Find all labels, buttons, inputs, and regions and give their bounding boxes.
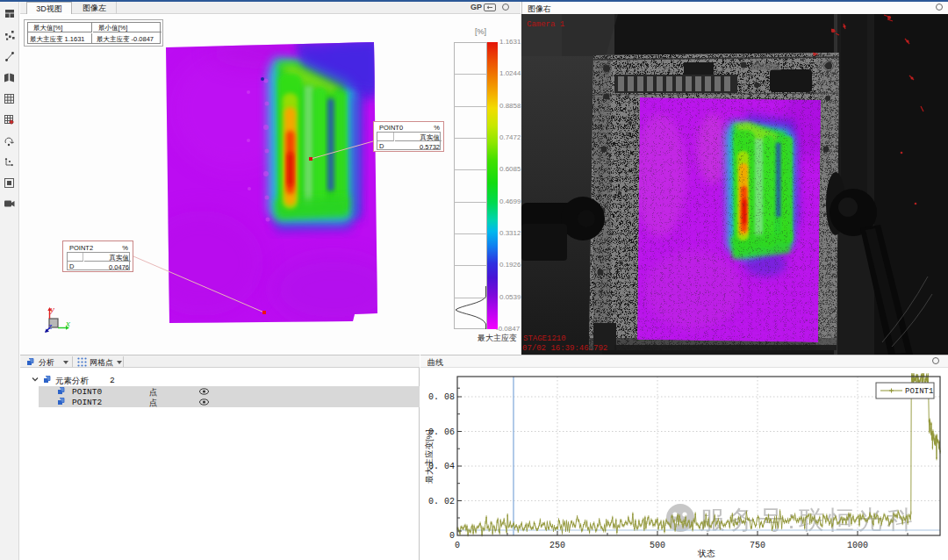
svg-text:y: y — [49, 304, 54, 314]
svg-text:0: 0 — [449, 531, 455, 541]
svg-text:500: 500 — [650, 541, 665, 550]
svg-text:STAGE1210: STAGE1210 — [523, 334, 566, 343]
svg-text:Camera 1: Camera 1 — [527, 20, 564, 29]
svg-text:07/02 16:39:46.792: 07/02 16:39:46.792 — [522, 344, 607, 353]
svg-text:0. 02: 0. 02 — [428, 497, 455, 506]
svg-text:0. 08: 0. 08 — [428, 392, 455, 402]
svg-text:x: x — [65, 318, 70, 328]
svg-text:最大主应变[%]: 最大主应变[%] — [424, 429, 434, 484]
svg-text:z: z — [47, 320, 53, 331]
svg-text:750: 750 — [750, 541, 765, 550]
svg-text:250: 250 — [549, 541, 565, 550]
svg-text:服务号:联恒光科: 服务号:联恒光科 — [700, 506, 916, 534]
svg-text:1000: 1000 — [847, 541, 868, 550]
svg-text:0: 0 — [455, 541, 460, 550]
svg-text:状态: 状态 — [697, 549, 715, 558]
svg-text:POINT1: POINT1 — [905, 387, 933, 396]
